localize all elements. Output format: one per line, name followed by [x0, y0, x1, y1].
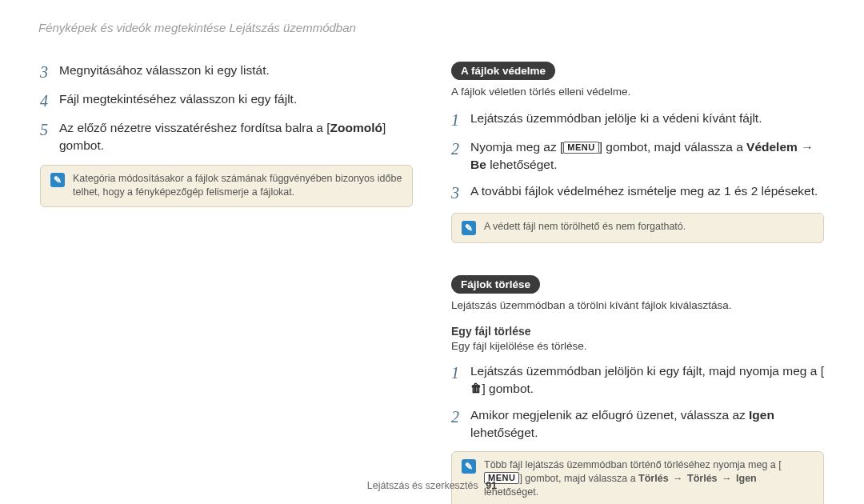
step-text: Az előző nézetre visszatéréshez fordítsa… — [59, 119, 413, 155]
text-fragment: lehetőséget. — [486, 158, 558, 171]
running-head: Fényképek és videók megtekintése Lejátsz… — [38, 21, 824, 34]
left-column: 3 Megnyitásához válasszon ki egy listát.… — [40, 62, 413, 504]
text-fragment: Az előző nézetre visszatéréshez fordítsa… — [59, 121, 330, 134]
info-icon: ✎ — [462, 221, 476, 235]
list-item: 2 Amikor megjelenik az előugró üzenet, v… — [451, 406, 824, 442]
info-note: ✎ A védett fájl nem törölhető és nem for… — [451, 213, 824, 243]
step-number: 2 — [451, 406, 470, 427]
step-list-protect: 1 Lejátszás üzemmódban jelölje ki a véde… — [451, 110, 824, 203]
text-fragment: ] gombot, majd válassza a — [599, 140, 746, 154]
bold-text: Be — [470, 158, 486, 171]
text-fragment: lehetőséget. — [470, 426, 538, 439]
note-text: A védett fájl nem törölhető és nem forga… — [484, 220, 686, 234]
text-fragment: ] gombot. — [482, 382, 534, 395]
step-number: 2 — [451, 138, 470, 159]
step-text: Lejátszás üzemmódban jelölje ki a védeni… — [470, 110, 762, 127]
bold-text: Védelem — [746, 140, 798, 154]
list-item: 1 Lejátszás üzemmódban jelöljön ki egy f… — [451, 362, 824, 398]
list-item: 4 Fájl megtekintéséhez válasszon ki egy … — [40, 90, 413, 111]
step-number: 5 — [40, 119, 59, 140]
two-column-layout: 3 Megnyitásához válasszon ki egy listát.… — [40, 62, 824, 504]
list-item: 3 A további fájlok védelméhez ismételje … — [451, 182, 824, 203]
bold-text: Zoomoló — [330, 121, 382, 134]
right-column: A fájlok védelme A fájlok véletlen törlé… — [451, 62, 824, 504]
step-text: Fájl megtekintéséhez válasszon ki egy fá… — [59, 90, 297, 108]
text-fragment: Több fájl lejátszás üzemmódban történő t… — [484, 459, 782, 470]
info-icon: ✎ — [462, 459, 476, 474]
text-fragment: Lejátszás üzemmódban jelöljön ki egy fáj… — [470, 364, 824, 378]
text-fragment: Nyomja meg az [ — [470, 140, 563, 154]
page-number: 91 — [486, 480, 497, 491]
step-list-left: 3 Megnyitásához válasszon ki egy listát.… — [40, 62, 413, 155]
list-item: 2 Nyomja meg az [MENU] gombot, majd vála… — [451, 138, 824, 174]
text-fragment: Amikor megjelenik az előugró üzenet, vál… — [470, 408, 749, 422]
list-item: 1 Lejátszás üzemmódban jelölje ki a véde… — [451, 110, 824, 130]
arrow-icon: → — [801, 140, 814, 154]
note-text: Kategória módosításakor a fájlok számána… — [73, 172, 402, 199]
section-subtext: A fájlok véletlen törlés elleni védelme. — [451, 85, 824, 100]
step-text: Amikor megjelenik az előugró üzenet, vál… — [470, 406, 824, 442]
menu-button-icon: MENU — [563, 142, 598, 154]
step-number: 1 — [451, 110, 470, 130]
list-item: 3 Megnyitásához válasszon ki egy listát. — [40, 62, 413, 82]
note-text: Több fájl lejátszás üzemmódban történő t… — [484, 458, 814, 499]
subsection-subtext: Egy fájl kijelölése és törlése. — [451, 339, 824, 354]
step-list-delete: 1 Lejátszás üzemmódban jelöljön ki egy f… — [451, 362, 824, 442]
info-note: ✎ Több fájl lejátszás üzemmódban történő… — [451, 451, 824, 504]
step-text: A további fájlok védelméhez ismételje me… — [470, 182, 818, 200]
section-heading-pill: A fájlok védelme — [451, 62, 555, 80]
step-number: 3 — [451, 182, 470, 203]
section-subtext: Lejátszás üzemmódban a törölni kívánt fá… — [451, 298, 824, 314]
page-footer: Lejátszás és szerkesztés 91 — [0, 480, 864, 491]
trash-icon: 🗑 — [470, 382, 482, 394]
section-protect: A fájlok védelme A fájlok véletlen törlé… — [451, 62, 824, 243]
bold-text: Igen — [749, 408, 774, 422]
step-number: 4 — [40, 90, 59, 111]
section-heading-pill: Fájlok törlése — [451, 275, 540, 294]
step-number: 3 — [40, 62, 59, 82]
section-delete: Fájlok törlése Lejátszás üzemmódban a tö… — [451, 275, 824, 504]
info-note: ✎ Kategória módosításakor a fájlok számá… — [40, 165, 413, 207]
subsection-heading: Egy fájl törlése — [451, 325, 824, 338]
list-item: 5 Az előző nézetre visszatéréshez fordít… — [40, 119, 413, 155]
step-text: Nyomja meg az [MENU] gombot, majd válass… — [470, 138, 824, 174]
info-icon: ✎ — [50, 173, 65, 187]
manual-page: Fényképek és videók megtekintése Lejátsz… — [0, 0, 864, 504]
step-text: Megnyitásához válasszon ki egy listát. — [59, 62, 270, 79]
footer-section-name: Lejátszás és szerkesztés — [367, 480, 478, 491]
step-text: Lejátszás üzemmódban jelöljön ki egy fáj… — [470, 362, 824, 398]
step-number: 1 — [451, 362, 470, 383]
